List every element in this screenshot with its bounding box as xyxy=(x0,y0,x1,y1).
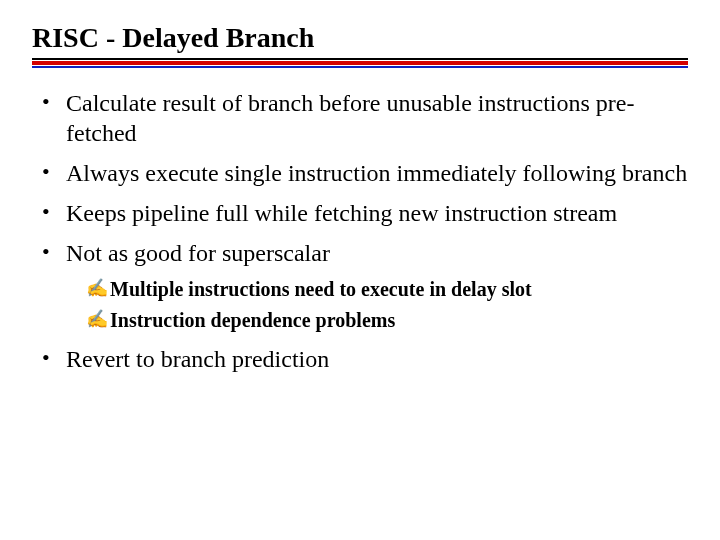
hand-icon: ✍ xyxy=(86,276,108,300)
bullet-text: Revert to branch prediction xyxy=(66,346,329,372)
divider-top xyxy=(32,58,688,60)
bullet-item: Not as good for superscalar ✍ Multiple i… xyxy=(42,238,688,334)
bullet-text: Not as good for superscalar xyxy=(66,240,330,266)
divider-bottom xyxy=(32,66,688,68)
bullet-text: Always execute single instruction immedi… xyxy=(66,160,687,186)
divider-middle xyxy=(32,61,688,65)
bullet-list: Calculate result of branch before unusab… xyxy=(32,88,688,374)
slide: RISC - Delayed Branch Calculate result o… xyxy=(0,0,720,374)
slide-title: RISC - Delayed Branch xyxy=(32,22,688,56)
bullet-item: Keeps pipeline full while fetching new i… xyxy=(42,198,688,228)
bullet-text: Calculate result of branch before unusab… xyxy=(66,90,634,146)
sub-bullet-text: Instruction dependence problems xyxy=(110,309,395,331)
bullet-text: Keeps pipeline full while fetching new i… xyxy=(66,200,617,226)
bullet-item: Calculate result of branch before unusab… xyxy=(42,88,688,148)
sub-bullet-list: ✍ Multiple instructions need to execute … xyxy=(66,276,688,334)
hand-icon: ✍ xyxy=(86,307,108,331)
sub-bullet-text: Multiple instructions need to execute in… xyxy=(110,278,532,300)
sub-bullet-item: ✍ Multiple instructions need to execute … xyxy=(86,276,688,303)
bullet-item: Always execute single instruction immedi… xyxy=(42,158,688,188)
bullet-item: Revert to branch prediction xyxy=(42,344,688,374)
sub-bullet-item: ✍ Instruction dependence problems xyxy=(86,307,688,334)
